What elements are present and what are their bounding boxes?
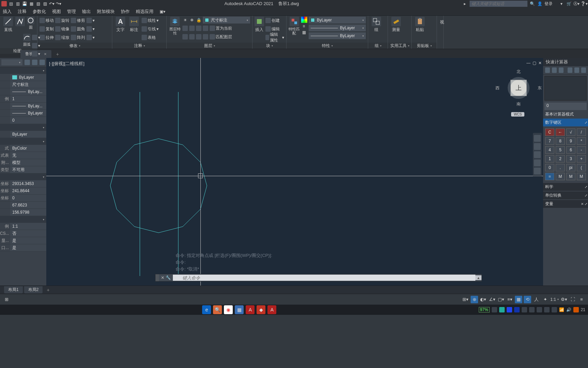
prop-row-4[interactable]: ByLay... [0, 103, 46, 110]
viewcube[interactable]: 北 南 西 东 上 WCS [498, 69, 539, 117]
calc-key-+[interactable]: + [577, 155, 586, 163]
prop-row-16[interactable]: 156.9798 [0, 209, 46, 216]
sb-cycle-icon[interactable]: ⟲ [524, 296, 531, 303]
menu-6[interactable]: 附加模块 [97, 9, 115, 15]
panel-label-annot[interactable]: 注释 [112, 43, 166, 49]
calc-key-=[interactable]: = [545, 173, 554, 180]
sb-gear-icon[interactable]: ⚙▾ [560, 296, 568, 303]
minimize-viewport-icon[interactable]: — [526, 61, 530, 65]
calc-unit-header[interactable]: 单位转换⤢ [543, 191, 588, 199]
calc-get1-icon[interactable] [568, 67, 572, 73]
qat-redo-icon[interactable]: ↷▾ [56, 1, 61, 6]
sb-custom-icon[interactable]: ≡ [578, 296, 585, 303]
panel-label-props[interactable]: 特性 [287, 43, 368, 49]
tray-nv-icon[interactable] [522, 307, 527, 312]
qat-plot-icon[interactable]: ▨ [42, 1, 48, 6]
sb-grid-icon[interactable]: ⊞▾ [462, 296, 469, 303]
modify-0-2[interactable]: 修剪 [71, 17, 85, 24]
orbit-icon[interactable] [534, 159, 541, 166]
calc-help-icon[interactable] [581, 67, 586, 73]
calc-key-.[interactable]: . [556, 164, 565, 171]
tray-play-icon[interactable] [499, 307, 505, 312]
layout-add-button[interactable]: + [44, 287, 52, 293]
modify-extra-1[interactable]: ▾ [86, 25, 95, 33]
sb-polar-icon[interactable]: ∠▾ [488, 296, 496, 303]
calc-key-9[interactable]: 9 [566, 137, 575, 145]
layer-props-tool[interactable]: 图层特性 [169, 17, 181, 35]
tray-bluetooth-icon[interactable] [507, 307, 512, 312]
prop-row-14[interactable]: 坐标0 [0, 195, 46, 202]
linear-tool[interactable]: 线性▾ [142, 17, 159, 24]
tray-up-icon[interactable] [552, 307, 557, 312]
prop-section-6[interactable]: ▾ [0, 124, 46, 131]
prop-row-2[interactable]: ByLay... [0, 88, 46, 95]
sb-trans-icon[interactable]: ▦ [515, 296, 522, 303]
qat-save-icon[interactable]: 💾 [22, 1, 27, 6]
arc-tool[interactable]: 圆弧 [22, 34, 31, 47]
prop-row-12[interactable]: 坐标29314.3453 [0, 180, 46, 187]
status-model-icon[interactable]: ⊞ [3, 296, 10, 303]
prop-row-0[interactable]: ByLayer [0, 74, 46, 81]
select-sim-icon[interactable] [32, 60, 37, 65]
calc-key-7[interactable]: 7 [545, 137, 554, 145]
modify-2-1[interactable]: 缩放 [55, 34, 69, 41]
prop-row-20[interactable]: 口...是 [0, 244, 46, 251]
table-tool[interactable]: 表格 [142, 34, 159, 41]
layer-m3-icon[interactable] [196, 33, 201, 41]
hatch-tool[interactable]: ▾ [32, 50, 40, 58]
polyline-tool[interactable] [15, 17, 25, 26]
calc-key-3[interactable]: 3 [566, 155, 575, 163]
modify-2-2[interactable]: 阵列 [71, 34, 85, 41]
match-layer-tool[interactable]: 匹配图层 [210, 33, 232, 41]
modify-extra-2[interactable]: ▾ [86, 34, 95, 41]
calc-key-M[interactable]: M [577, 173, 586, 180]
layer-sun-icon[interactable]: ☀ [182, 17, 188, 23]
modify-1-2[interactable]: 圆角 [71, 25, 85, 33]
app-exchange-icon[interactable]: Ⓐ▾ [574, 1, 579, 6]
tb-calc-icon[interactable]: ▦ [235, 305, 244, 314]
prop-row-7[interactable]: ByLayer [0, 131, 46, 138]
calc-key-4[interactable]: 4 [545, 146, 554, 154]
prop-row-15[interactable]: 67.6623 [0, 202, 46, 209]
calc-key-←[interactable]: ← [556, 128, 565, 136]
tray-shield-icon[interactable] [529, 307, 535, 312]
qat-web-icon[interactable]: ▧ [35, 1, 41, 6]
calc-key-1[interactable]: 1 [545, 155, 554, 163]
menu-1[interactable]: 注释 [18, 9, 27, 15]
panel-label-util[interactable]: 实用工具 [388, 43, 411, 49]
tb-edge-icon[interactable]: e [202, 305, 211, 314]
sb-scale[interactable]: 1:1 [550, 297, 556, 302]
menu-2[interactable]: 参数化 [33, 9, 46, 15]
prop-list-icon[interactable]: ≡ [301, 24, 307, 29]
calc-key-/[interactable]: / [577, 128, 586, 136]
title-search-input[interactable] [470, 1, 527, 7]
qat-saveas-icon[interactable]: ▦ [29, 1, 34, 6]
menu-7[interactable]: 协作 [121, 9, 130, 15]
group-tool[interactable]: 组 [370, 17, 382, 33]
modify-extra-0[interactable]: ▾ [86, 17, 95, 24]
calc-var-header[interactable]: 变量✕ ⤢ [543, 200, 588, 208]
tb-search-icon[interactable]: 🔍 [213, 305, 222, 314]
layer-off-icon[interactable] [189, 25, 195, 32]
layer-lock-icon[interactable]: 🔒 [196, 17, 201, 23]
menu-8[interactable]: 精选应用 [136, 9, 153, 15]
leader-tool[interactable]: 引线▾ [142, 25, 159, 33]
panel-label-block[interactable]: 块 [252, 43, 286, 49]
calc-paste-icon[interactable] [559, 67, 564, 73]
view-panel-cut[interactable]: 视 [437, 16, 443, 49]
calc-key-*[interactable]: * [577, 137, 586, 145]
zoom-extents-icon[interactable] [534, 151, 541, 158]
cmd-close-icon[interactable]: ✕ [161, 275, 164, 280]
tb-clock[interactable]: 21 [581, 307, 585, 312]
props-selection-combo[interactable]: ▾ [1, 59, 22, 65]
rect-tool[interactable]: ▾ [32, 34, 40, 41]
help-icon[interactable]: ❔▾ [581, 1, 587, 6]
tray-disk-icon[interactable] [514, 307, 520, 312]
edit-attr-tool[interactable]: 编辑属性▾ [265, 34, 284, 41]
prop-row-9[interactable]: 式表无 [0, 152, 46, 159]
full-nav-icon[interactable] [534, 135, 541, 142]
prop-row-19[interactable]: 显...是 [0, 237, 46, 244]
calc-key-0[interactable]: 0 [545, 164, 554, 171]
calc-key-M[interactable]: M [556, 173, 565, 180]
modify-1-0[interactable]: 复制 [39, 25, 54, 33]
